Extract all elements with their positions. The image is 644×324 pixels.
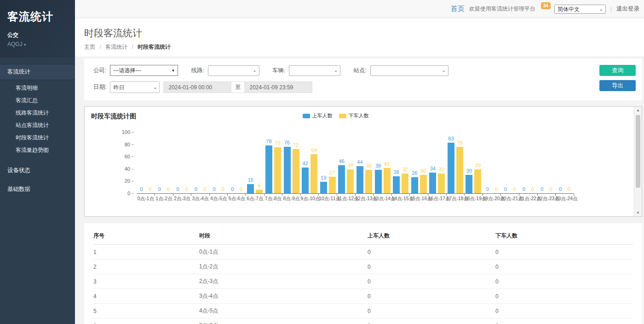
sidebar-section-passenger-stats[interactable]: 客流统计	[0, 64, 75, 80]
chart-category-group: 156	[246, 132, 264, 193]
x-tick-label: 12点-13点	[355, 196, 374, 202]
chart-category-group: 3432	[428, 132, 447, 193]
company-select[interactable]: ---请选择---	[110, 65, 178, 76]
x-tick-label: 14点-15点	[391, 196, 410, 202]
bar-上车人数: 15	[247, 178, 254, 193]
bar-上车人数: 0	[539, 187, 546, 193]
bar	[310, 154, 317, 193]
bar-value-label: 38	[366, 163, 371, 168]
table-column-header: 序号	[93, 228, 199, 245]
app-logo: 客流统计	[7, 9, 68, 24]
chart-category-group: 4264	[300, 132, 319, 193]
station-select[interactable]	[370, 65, 448, 76]
sidebar-item[interactable]: 站点客流统计	[0, 119, 75, 132]
table-header-row: 序号时段上车人数下车人数	[93, 228, 633, 245]
bar-value-label: 0	[495, 187, 498, 192]
bar-下车人数: 75	[274, 141, 281, 193]
line-select[interactable]	[208, 65, 259, 76]
table-cell: 0	[368, 318, 495, 324]
language-select[interactable]: 简体中文	[554, 5, 606, 14]
bar-value-label: 32	[439, 167, 444, 172]
chart-category-group: 2832	[391, 132, 410, 193]
bar-value-label: 72	[293, 143, 299, 148]
filter-fields: 公司: ---请选择--- ▼ 线路:	[93, 65, 461, 93]
bar-下车人数: 0	[547, 187, 554, 193]
scrollbar-thumb[interactable]	[636, 115, 640, 188]
table-cell: 4点-5点	[199, 304, 368, 318]
company-filter: 公司: ---请选择--- ▼	[93, 65, 178, 76]
scroll-up-icon[interactable]: ▲	[634, 108, 642, 112]
bar-下车人数: 32	[402, 167, 408, 193]
bar-value-label: 15	[248, 178, 253, 183]
bar-value-label: 0	[568, 187, 570, 192]
vehicle-select[interactable]	[289, 65, 340, 76]
main-column: 首页 欢迎使用客流统计管理平台 34 简体中文 ⌄ | 退出登录 时段客流统计 …	[75, 0, 644, 324]
filter-row-1: 公司: ---请选择--- ▼ 线路:	[93, 65, 461, 76]
sidebar-item[interactable]: 时段客流统计	[0, 132, 75, 144]
bar-上车人数: 0	[502, 187, 509, 193]
date-end-input[interactable]: 2024-01-09 23:59	[244, 81, 312, 93]
bar	[274, 147, 281, 193]
bar-value-label: 34	[430, 166, 436, 171]
bar	[293, 149, 299, 193]
x-tick-label: 13点-14点	[374, 196, 392, 202]
bar-value-label: 0	[240, 187, 242, 192]
bar-下车人数: 0	[147, 187, 154, 193]
query-button[interactable]: 查询	[599, 65, 636, 76]
x-tick-label: 5点-6点	[228, 196, 246, 202]
line-label: 线路:	[191, 67, 204, 75]
breadcrumb-parent[interactable]: 客流统计	[105, 44, 127, 50]
table-cell: 2	[93, 260, 199, 274]
sidebar-section-device-status[interactable]: 设备状态	[0, 163, 75, 178]
scroll-down-icon[interactable]: ▼	[634, 211, 642, 215]
date-preset-select[interactable]: 昨日	[110, 81, 160, 93]
chart-category-group: 3039	[465, 132, 483, 193]
bar	[320, 182, 327, 193]
station-filter: 站点: ⌄	[353, 65, 448, 76]
chart-x-axis-labels: 0点-1点1点-2点2点-3点3点-4点4点-5点5点-6点6点-7点7点-8点…	[137, 194, 642, 202]
bar-value-label: 32	[402, 167, 408, 172]
bar-上车人数: 42	[302, 161, 309, 193]
sidebar-item[interactable]: 客流量趋势图	[0, 144, 75, 156]
bar-下车人数: 41	[384, 162, 391, 193]
y-tick-label: 0	[127, 191, 134, 196]
table-column-header: 上车人数	[368, 228, 495, 245]
logout-link[interactable]: 退出登录	[616, 5, 639, 13]
chart-scrollbar[interactable]: ▲ ▼	[634, 107, 642, 216]
line-filter: 线路: ⌄	[191, 65, 259, 76]
bar-上车人数: 30	[466, 168, 472, 193]
x-tick-label: 23点-24点	[556, 196, 574, 202]
bar	[302, 168, 309, 193]
notification-badge[interactable]: 34	[541, 2, 551, 9]
chart-category-group: 00	[228, 132, 246, 193]
sidebar-item[interactable]: 线路客流统计	[0, 107, 75, 119]
bar-value-label: 30	[420, 168, 426, 174]
table-cell: 0	[368, 304, 495, 318]
date-start-input[interactable]: 2024-01-09 00:00	[163, 81, 231, 93]
table-row: 54点-5点00	[93, 304, 633, 318]
chart-category-group: 00	[191, 132, 210, 193]
bar-上车人数: 78	[265, 139, 272, 193]
bar-上车人数: 38	[375, 163, 382, 193]
sidebar-logo-block: 客流统计 公交 AQGJ ▾	[0, 0, 75, 58]
home-link[interactable]: 首页	[451, 5, 465, 13]
sidebar-item[interactable]: 客流明细	[0, 82, 75, 94]
org-code-dropdown[interactable]: AQGJ ▾	[7, 41, 68, 47]
filter-buttons: 查询 导出	[599, 65, 638, 93]
chart-category-group: 00	[137, 132, 155, 193]
bar-下车人数: 0	[529, 187, 536, 193]
y-tick-label: 80	[125, 142, 134, 147]
breadcrumb-home[interactable]: 主页	[84, 44, 95, 50]
org-name: 公交	[7, 31, 68, 39]
sidebar-item[interactable]: 客流汇总	[0, 94, 75, 107]
sidebar-section-base-data[interactable]: 基础数据	[0, 182, 75, 197]
bar	[438, 174, 445, 193]
export-button[interactable]: 导出	[599, 80, 636, 91]
bar	[420, 175, 427, 193]
table-row: 10点-1点00	[93, 245, 633, 260]
x-tick-label: 4点-5点	[209, 196, 228, 202]
x-tick-label: 20点-21点	[501, 196, 519, 202]
bar-value-label: 0	[140, 187, 143, 192]
table-row: 43点-4点00	[93, 289, 633, 304]
top-navbar: 首页 欢迎使用客流统计管理平台 34 简体中文 ⌄ | 退出登录	[75, 0, 644, 18]
